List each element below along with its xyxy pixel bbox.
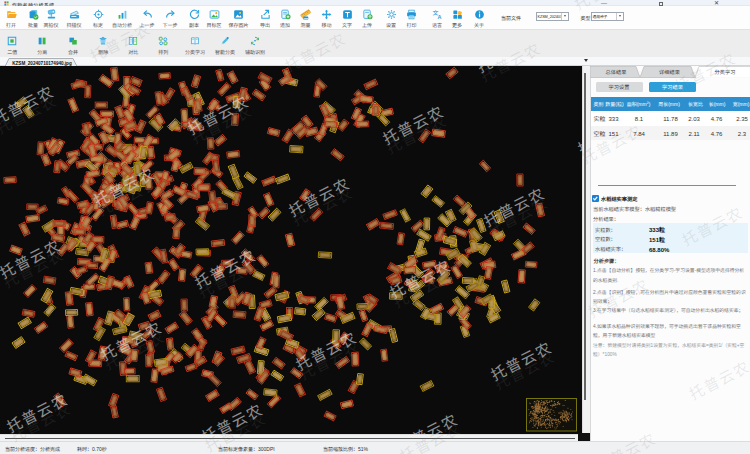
svg-text:MM: MM — [304, 17, 308, 20]
svg-text:托普云农: 托普云农 — [292, 326, 360, 375]
svg-text:托普云农: 托普云农 — [184, 90, 252, 139]
svg-text:托普云农: 托普云农 — [0, 234, 64, 283]
svg-text:托普云农: 托普云农 — [574, 110, 582, 159]
svg-text:托普云农: 托普云农 — [487, 336, 555, 385]
svg-text:托普云农: 托普云农 — [0, 80, 57, 129]
svg-text:托普云农: 托普云农 — [379, 100, 447, 149]
svg-text:托普云农: 托普云农 — [473, 66, 541, 77]
svg-text:KZSM_20240710174940.jpg: KZSM_20240710174940.jpg — [12, 60, 72, 65]
svg-text:托普云农: 托普云农 — [3, 388, 71, 434]
svg-text:托普云农: 托普云农 — [393, 408, 461, 434]
